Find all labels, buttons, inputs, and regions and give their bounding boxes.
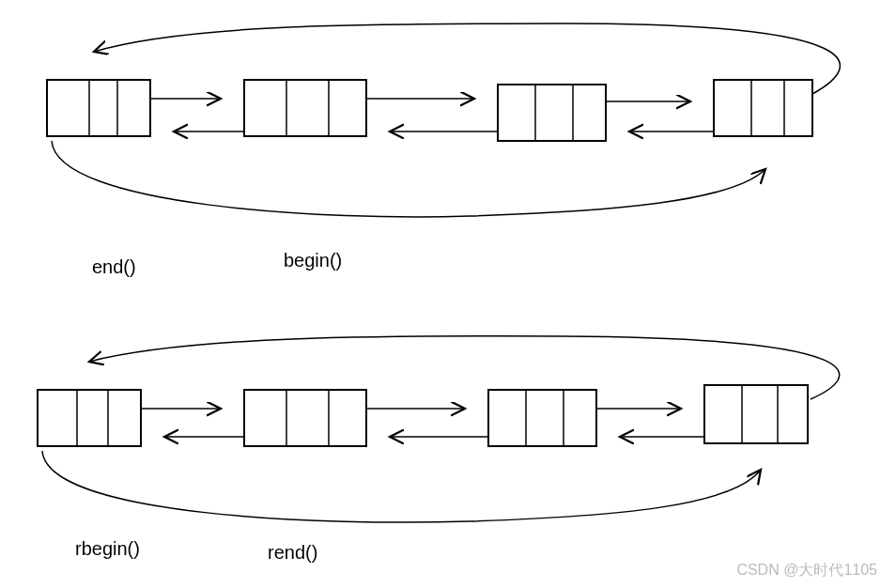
node-2-top xyxy=(244,80,366,136)
svg-rect-21 xyxy=(704,385,808,443)
linked-list-diagram xyxy=(0,0,896,588)
svg-rect-9 xyxy=(714,80,812,136)
node-4-bottom xyxy=(704,385,808,443)
svg-rect-12 xyxy=(38,390,141,446)
node-1-bottom xyxy=(38,390,141,446)
node-2-bottom xyxy=(244,390,366,446)
top-wrap-arrow xyxy=(94,23,840,94)
svg-rect-18 xyxy=(488,390,596,446)
svg-rect-0 xyxy=(47,80,150,136)
node-1-top xyxy=(47,80,150,136)
top-wrap-arrow-bottom xyxy=(89,336,840,399)
bottom-wrap-arrow-bottom xyxy=(42,451,761,522)
label-begin: begin() xyxy=(284,250,342,271)
svg-rect-6 xyxy=(498,85,606,141)
node-4-top xyxy=(714,80,812,136)
bottom-wrap-arrow-top xyxy=(52,141,765,217)
label-end: end() xyxy=(92,256,136,278)
node-3-top xyxy=(498,85,606,141)
label-rend: rend() xyxy=(268,542,317,564)
svg-rect-3 xyxy=(244,80,366,136)
svg-rect-15 xyxy=(244,390,366,446)
watermark: CSDN @大时代1105 xyxy=(736,561,877,580)
label-rbegin: rbegin() xyxy=(75,538,140,560)
node-3-bottom xyxy=(488,390,596,446)
